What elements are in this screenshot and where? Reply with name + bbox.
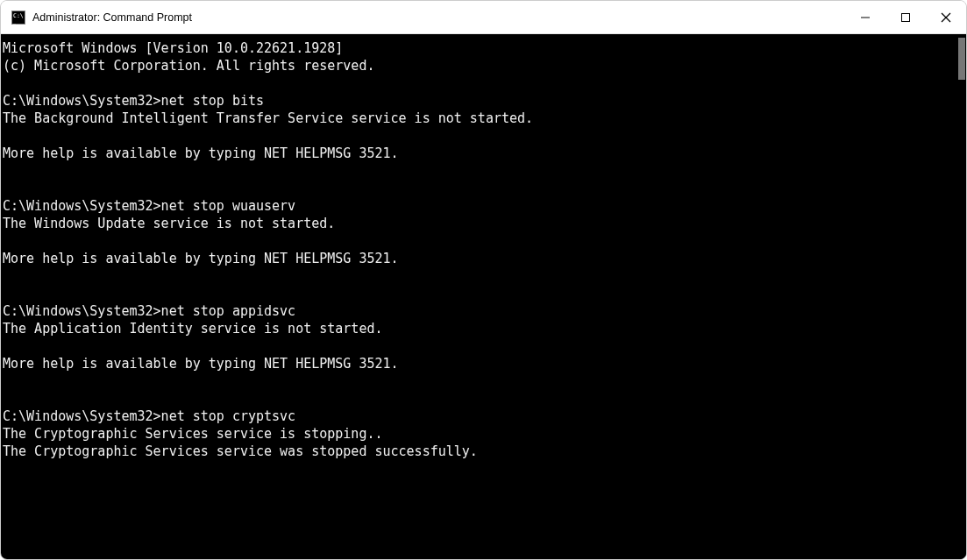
minimize-button[interactable]	[845, 1, 885, 34]
terminal-line	[3, 390, 954, 408]
terminal-line: More help is available by typing NET HEL…	[3, 250, 954, 267]
titlebar[interactable]: C:\ _ Administrator: Command Prompt	[1, 1, 966, 34]
terminal-line: C:\Windows\System32>net stop cryptsvc	[3, 408, 954, 425]
terminal-line	[3, 372, 954, 390]
terminal-line: More help is available by typing NET HEL…	[3, 355, 954, 372]
terminal-line: The Cryptographic Services service was s…	[3, 443, 954, 460]
terminal-area: Microsoft Windows [Version 10.0.22621.19…	[1, 34, 966, 559]
terminal-line: C:\Windows\System32>net stop appidsvc	[3, 302, 954, 320]
terminal-line	[3, 478, 954, 495]
terminal-line	[3, 232, 954, 250]
terminal-line: More help is available by typing NET HEL…	[3, 145, 954, 162]
terminal-line	[3, 337, 954, 355]
maximize-button[interactable]	[885, 1, 926, 34]
cmd-icon: C:\ _	[11, 11, 25, 25]
terminal-line: The Windows Update service is not starte…	[3, 215, 954, 232]
terminal-line: Microsoft Windows [Version 10.0.22621.19…	[3, 39, 954, 57]
terminal-output[interactable]: Microsoft Windows [Version 10.0.22621.19…	[1, 34, 954, 559]
terminal-line: The Cryptographic Services service is st…	[3, 425, 954, 443]
terminal-line: (c) Microsoft Corporation. All rights re…	[3, 57, 954, 74]
window-title: Administrator: Command Prompt	[32, 11, 192, 24]
terminal-line	[3, 74, 954, 92]
scrollbar-thumb[interactable]	[958, 38, 965, 80]
terminal-line	[3, 267, 954, 285]
terminal-line	[3, 460, 954, 478]
terminal-line: C:\Windows\System32>net stop wuauserv	[3, 197, 954, 215]
terminal-line	[3, 285, 954, 302]
terminal-line: The Background Intelligent Transfer Serv…	[3, 110, 954, 127]
terminal-line	[3, 127, 954, 145]
scrollbar-track[interactable]	[954, 34, 966, 559]
terminal-line: C:\Windows\System32>net stop bits	[3, 92, 954, 110]
terminal-line	[3, 180, 954, 197]
close-button[interactable]	[926, 1, 966, 34]
terminal-line	[3, 162, 954, 180]
svg-rect-4	[902, 13, 910, 21]
terminal-line: The Application Identity service is not …	[3, 320, 954, 337]
